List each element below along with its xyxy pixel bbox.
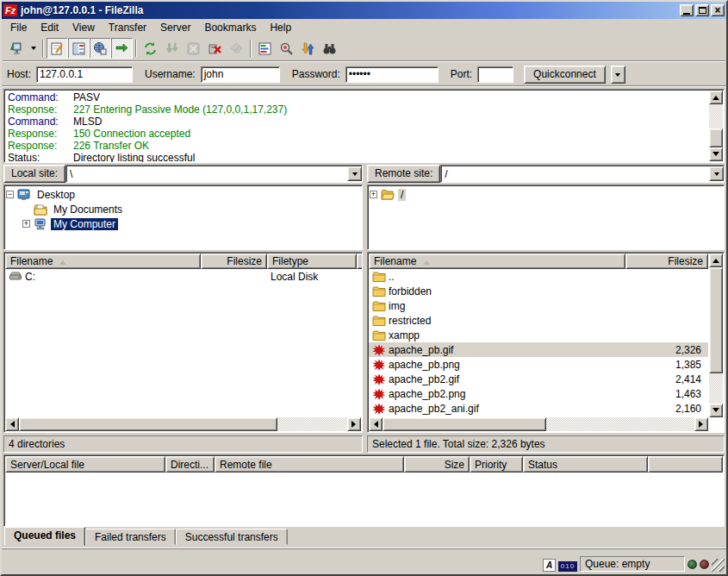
toggle-local-treeview-button[interactable] [68, 38, 90, 59]
column-header-size[interactable]: Size [404, 456, 470, 473]
synchronized-browsing-button[interactable] [297, 38, 319, 59]
directory-comparison-button[interactable] [276, 38, 297, 59]
column-header-direction[interactable]: Directi... [165, 456, 215, 473]
tree-expander[interactable] [22, 220, 30, 228]
toggle-message-log-button[interactable] [47, 38, 68, 59]
column-header-lastmodified[interactable]: L [357, 254, 363, 269]
file-size: 1,463 [625, 388, 708, 400]
quickconnect-bar: Host: 127.0.0.1 Username: john Password:… [2, 62, 726, 87]
quickconnect-dropdown-button[interactable] [611, 66, 625, 84]
local-horizontal-scrollbar[interactable] [5, 417, 361, 431]
menu-item[interactable]: Transfer [102, 20, 153, 35]
binoculars-icon [322, 41, 337, 56]
tree-item[interactable]: My Computer [6, 216, 360, 231]
remote-vertical-scrollbar[interactable] [709, 254, 723, 417]
file-row[interactable]: xampp [369, 328, 708, 342]
menu-item[interactable]: File [3, 20, 34, 35]
ascii-transfer-type-icon: A [543, 559, 556, 572]
username-input[interactable]: john [201, 66, 280, 83]
tree-expander[interactable] [370, 191, 377, 198]
site-manager-button[interactable] [5, 38, 27, 59]
file-row[interactable]: apache_pb2.gif 2,414 [369, 372, 708, 386]
scroll-down-button[interactable] [709, 404, 723, 417]
toolbar-separator [250, 40, 252, 57]
tree-item[interactable]: My Documents [6, 202, 360, 216]
maximize-button[interactable] [695, 4, 709, 16]
disconnect-button[interactable] [204, 38, 226, 59]
close-button[interactable]: × [711, 4, 725, 16]
remote-site-combo[interactable]: / [440, 165, 725, 183]
site-manager-dropdown-button[interactable] [27, 38, 40, 59]
menu-item[interactable]: View [65, 20, 102, 35]
toggle-remote-treeview-button[interactable] [90, 38, 111, 59]
tree-item[interactable]: / [370, 187, 722, 202]
tree-expander[interactable] [6, 191, 14, 198]
file-row[interactable]: apache_pb2.png 1,463 [369, 386, 708, 401]
menu-item[interactable]: Edit [34, 20, 65, 35]
column-header-filesize[interactable]: Filesize [201, 254, 267, 269]
port-input[interactable] [477, 66, 513, 83]
open-folder-icon [381, 189, 395, 201]
column-header-server-local-file[interactable]: Server/Local file [5, 456, 165, 473]
toggle-transfer-queue-button[interactable] [111, 38, 133, 59]
chevron-down-icon [615, 73, 620, 79]
scroll-up-button[interactable] [709, 254, 723, 267]
menu-item[interactable]: Bookmarks [197, 20, 263, 35]
file-row[interactable]: restricted [369, 313, 708, 328]
refresh-button[interactable] [140, 38, 161, 59]
minimize-button[interactable] [680, 4, 694, 16]
column-header-status[interactable]: Status [523, 456, 648, 473]
file-row[interactable]: img [369, 298, 708, 313]
scrollbar-thumb[interactable] [19, 417, 277, 431]
queue-tab[interactable]: Queued files [4, 527, 85, 546]
scroll-right-button[interactable] [694, 417, 708, 431]
tree-item[interactable]: Desktop [6, 187, 360, 202]
column-header-filename[interactable]: Filename [5, 254, 201, 269]
cancel-operation-button[interactable] [183, 38, 204, 59]
resize-grip[interactable] [712, 559, 725, 572]
quickconnect-button[interactable]: Quickconnect [524, 66, 606, 84]
column-header-filetype[interactable]: Filetype [267, 254, 357, 269]
file-row[interactable]: apache_pb2_ani.gif 2,160 [369, 401, 708, 416]
local-site-combo[interactable]: \ [65, 165, 363, 183]
find-files-button[interactable] [319, 38, 340, 59]
password-input[interactable]: •••••• [345, 66, 439, 83]
titlebar[interactable]: Fz john@127.0.0.1 - FileZilla × [2, 2, 726, 19]
queue-tab[interactable]: Failed transfers [85, 529, 176, 545]
process-queue-button[interactable] [161, 38, 183, 59]
file-row[interactable]: apache_pb.gif 2,326 [369, 342, 708, 357]
scroll-up-button[interactable] [709, 91, 723, 104]
reconnect-button[interactable] [226, 38, 247, 59]
process-queue-icon [165, 41, 179, 56]
log-line: Status: Directory listing successful [8, 152, 706, 163]
scroll-left-button[interactable] [369, 417, 383, 431]
log-line: Response: 150 Connection accepted [8, 128, 706, 140]
directory-listing-filters-button[interactable] [254, 38, 276, 59]
remote-horizontal-scrollbar[interactable] [369, 417, 708, 431]
scrollbar-thumb[interactable] [709, 128, 723, 147]
column-header-filesize[interactable]: Filesize [625, 254, 708, 269]
file-row[interactable]: apache_pb.png 1,385 [369, 357, 708, 372]
column-header-remote-file[interactable]: Remote file [215, 456, 404, 473]
message-log-scrollbar[interactable] [709, 91, 723, 161]
menu-item[interactable]: Server [153, 20, 197, 35]
site-manager-icon [9, 41, 23, 56]
file-row[interactable]: C: Local Disk [5, 269, 361, 284]
scroll-down-button[interactable] [709, 147, 723, 161]
synchronized-browsing-icon [301, 41, 315, 56]
column-header-priority[interactable]: Priority [470, 456, 523, 473]
remote-site-dropdown[interactable] [709, 166, 724, 181]
file-row[interactable]: .. [369, 269, 708, 284]
column-header-filename[interactable]: Filename [369, 254, 625, 269]
host-input[interactable]: 127.0.0.1 [36, 66, 133, 83]
scrollbar-thumb[interactable] [383, 417, 546, 431]
local-status-text: 4 directories [3, 435, 363, 453]
local-site-value: \ [66, 168, 347, 180]
scroll-right-button[interactable] [347, 417, 361, 431]
queue-tab[interactable]: Successful transfers [176, 529, 288, 545]
local-site-dropdown[interactable] [347, 166, 362, 181]
scroll-left-button[interactable] [5, 417, 19, 431]
file-row[interactable]: forbidden [369, 284, 708, 298]
scrollbar-thumb[interactable] [709, 267, 723, 373]
menu-item[interactable]: Help [263, 20, 298, 35]
